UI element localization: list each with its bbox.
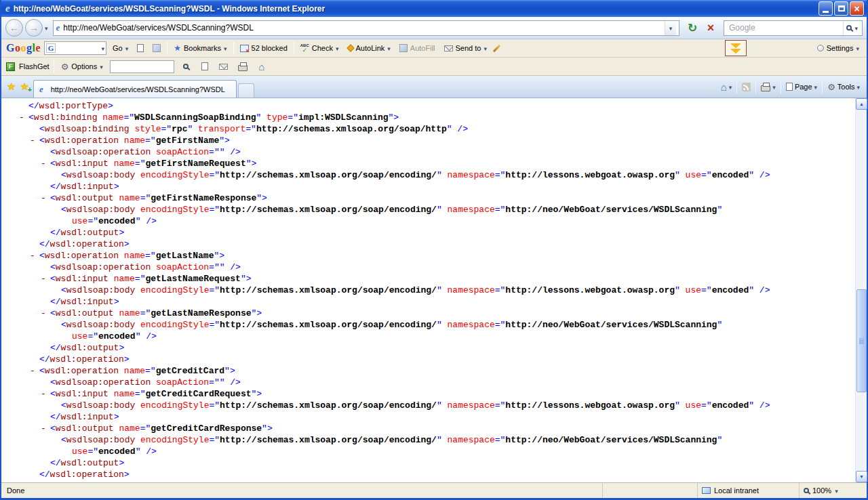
separator xyxy=(233,42,234,54)
search-placeholder: Google xyxy=(729,23,843,33)
pagerank-icon xyxy=(153,44,161,52)
printer-icon xyxy=(761,85,770,91)
search-box[interactable]: Google xyxy=(724,20,863,36)
flashget-search-input[interactable] xyxy=(110,60,174,73)
new-tab-button[interactable] xyxy=(238,83,254,98)
vertical-scrollbar[interactable] xyxy=(855,98,867,482)
spellcheck-button[interactable]: ABC✓ Check xyxy=(298,42,342,55)
chevron-down-icon xyxy=(125,44,129,52)
search-icon xyxy=(183,64,189,69)
xml-line: -<wsdl:operation name="getFirstName"> xyxy=(1,135,855,146)
tab-title: http://neo/WebGoat/services/WSDLScanning… xyxy=(51,85,225,93)
collapse-toggle[interactable]: - xyxy=(41,158,50,169)
flashget-page-button[interactable] xyxy=(197,59,212,74)
flashget-search-button[interactable] xyxy=(178,59,193,74)
flashget-mail-button[interactable] xyxy=(216,59,231,74)
page-menu-button[interactable]: Page xyxy=(786,83,817,91)
flashget-home-button[interactable] xyxy=(254,59,269,74)
xml-line: </wsdl:operation> xyxy=(1,354,855,365)
security-zone: Local intranet xyxy=(697,483,799,498)
stop-button[interactable] xyxy=(703,20,719,36)
xml-line: <wsdlsoap:body encodingStyle="http://sch… xyxy=(1,169,855,181)
page-icon xyxy=(786,83,793,91)
autolink-icon xyxy=(347,44,354,51)
status-bar: Done Local intranet 100% xyxy=(1,482,867,498)
chevron-down-icon xyxy=(772,83,776,91)
separator xyxy=(755,80,756,93)
address-bar[interactable]: e http://neo/WebGoat/services/WSDLScanni… xyxy=(53,20,679,36)
collapse-toggle[interactable]: - xyxy=(41,308,50,319)
history-dropdown-icon[interactable] xyxy=(45,24,48,32)
xml-line: -<wsdl:output name="getLastNameResponse"… xyxy=(1,308,855,319)
envelope-icon xyxy=(219,64,228,70)
chevron-down-icon xyxy=(835,486,838,495)
google-toolbar: Google G Go Bookmarks 52 blocked ABC✓ Ch… xyxy=(1,39,867,58)
google-search-input[interactable]: G xyxy=(44,41,106,55)
highlighter-button[interactable] xyxy=(493,43,500,54)
forward-button[interactable] xyxy=(25,19,43,37)
maximize-button[interactable] xyxy=(834,1,848,16)
popup-blocker-button[interactable]: 52 blocked xyxy=(237,43,290,54)
close-button[interactable]: × xyxy=(850,1,864,16)
settings-button[interactable]: Settings xyxy=(814,43,862,54)
zoom-control[interactable]: 100% xyxy=(799,483,867,498)
favorites-center-button[interactable] xyxy=(7,81,16,93)
back-button[interactable] xyxy=(5,19,23,37)
pagerank-button[interactable] xyxy=(150,43,163,54)
title-bar: e http://neo/WebGoat/services/WSDLScanni… xyxy=(1,0,867,17)
separator xyxy=(736,80,737,93)
add-favorite-button[interactable] xyxy=(20,81,28,93)
bookmark-star-icon xyxy=(174,43,181,53)
xml-line: </wsdl:output> xyxy=(1,227,855,238)
address-url[interactable]: http://neo/WebGoat/services/WSDLScanning… xyxy=(63,23,665,33)
address-dropdown-button[interactable] xyxy=(665,21,676,35)
home-button[interactable] xyxy=(721,81,732,93)
chevron-down-icon[interactable] xyxy=(101,44,104,52)
autofill-icon xyxy=(399,44,408,52)
refresh-button[interactable] xyxy=(684,20,701,36)
page-search-icon xyxy=(137,44,144,52)
tab-bar: e http://neo/WebGoat/services/WSDLScanni… xyxy=(1,76,867,98)
search-go-button[interactable] xyxy=(843,21,861,35)
flashget-print-button[interactable] xyxy=(235,59,250,74)
scroll-down-button[interactable] xyxy=(856,471,867,482)
google-g-icon: G xyxy=(46,43,56,53)
minimize-icon xyxy=(823,11,829,13)
separator xyxy=(167,42,167,54)
tab-active[interactable]: e http://neo/WebGoat/services/WSDLScanni… xyxy=(33,80,237,98)
chevron-down-icon xyxy=(484,44,487,52)
collapse-toggle[interactable]: - xyxy=(19,112,28,123)
bookmarks-button[interactable]: Bookmarks xyxy=(171,42,229,54)
download-chevron-icon xyxy=(730,49,741,54)
xml-line: <wsdlsoap:operation soapAction="" /> xyxy=(1,377,855,388)
search-site-button[interactable] xyxy=(134,43,146,54)
autolink-button[interactable]: AutoLink xyxy=(345,43,393,54)
scrollbar-thumb[interactable] xyxy=(856,289,867,392)
search-dropdown-icon[interactable] xyxy=(854,24,858,32)
collapse-toggle[interactable]: - xyxy=(30,135,39,146)
xml-line: use="encoded" /> xyxy=(1,446,855,457)
flashget-toolbar: F FlashGet Options xyxy=(1,58,867,76)
chevron-down-icon xyxy=(856,83,860,91)
collapse-toggle[interactable]: - xyxy=(41,388,50,400)
scroll-up-button[interactable] xyxy=(856,98,867,110)
xml-line: -<wsdl:input name="getLastNameRequest"> xyxy=(1,273,855,285)
status-text: Done xyxy=(1,486,602,495)
flashget-icon: F xyxy=(6,62,15,71)
send-to-button[interactable]: Send to xyxy=(441,43,490,54)
collapse-toggle[interactable]: - xyxy=(41,192,50,204)
collapse-toggle[interactable]: - xyxy=(41,423,50,434)
collapse-toggle[interactable]: - xyxy=(30,365,39,377)
flashget-dropzone[interactable] xyxy=(725,40,747,56)
separator xyxy=(781,80,781,93)
flashget-options-button[interactable]: Options xyxy=(58,60,106,73)
google-go-button[interactable]: Go xyxy=(110,43,131,54)
minimize-button[interactable] xyxy=(818,1,833,16)
print-button[interactable] xyxy=(761,83,776,91)
collapse-toggle[interactable]: - xyxy=(30,250,39,262)
chevron-down-icon xyxy=(669,24,673,32)
tools-menu-button[interactable]: Tools xyxy=(827,82,860,92)
feeds-button[interactable] xyxy=(742,83,751,91)
rss-feed-icon xyxy=(742,83,751,91)
collapse-toggle[interactable]: - xyxy=(41,273,50,285)
